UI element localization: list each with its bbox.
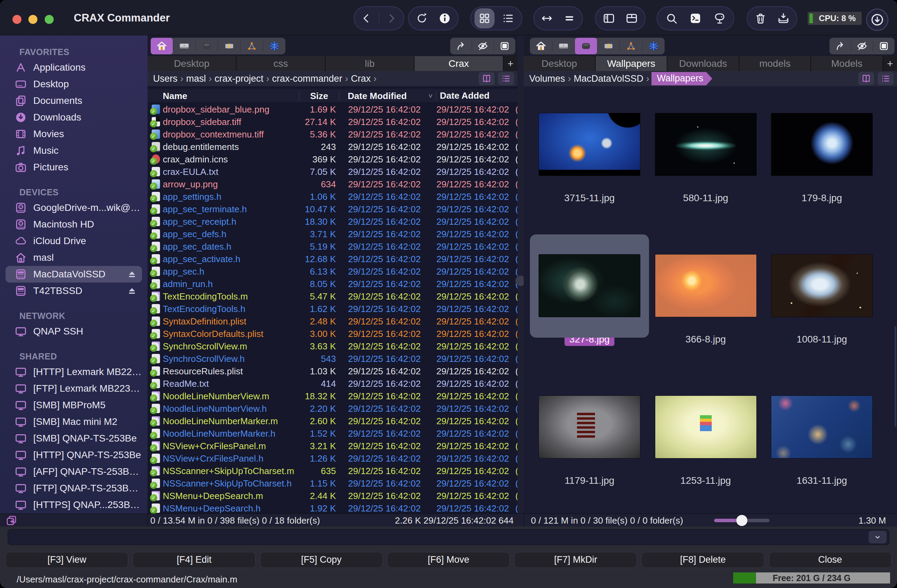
function-button-f7-mkdir[interactable]: [F7] MkDir xyxy=(514,552,637,568)
tab-desktop[interactable]: Desktop xyxy=(524,56,596,71)
source-network-button[interactable] xyxy=(620,38,642,54)
sidebar-item-desktop[interactable]: Desktop xyxy=(6,76,142,92)
source-home-button[interactable] xyxy=(530,38,552,54)
info-button[interactable] xyxy=(435,8,455,28)
wallpaper-thumbnail[interactable] xyxy=(771,396,873,458)
minimize-window-button[interactable] xyxy=(28,15,37,24)
function-button-f8-delete[interactable]: [F8] Delete xyxy=(641,552,764,568)
sidebar-item-smb-qnap-ts-253be[interactable]: [SMB] QNAP-TS-253Be xyxy=(6,430,142,447)
hidden-files-button[interactable] xyxy=(472,38,493,54)
sidebar-item-googledrive-m-wik-gmail-com[interactable]: GoogleDrive-m...wik@gmail.com xyxy=(6,199,142,216)
sidebar-item-pictures[interactable]: Pictures xyxy=(6,159,142,176)
sidebar-item-music[interactable]: Music xyxy=(6,142,142,159)
wallpaper-item[interactable]: 1631-11.jpg xyxy=(771,396,873,487)
file-row[interactable]: ✓app_sec_defs.h3.71 K29/12/25 16:42:0229… xyxy=(147,228,517,240)
source-disk-button[interactable] xyxy=(196,38,218,54)
tab-css[interactable]: css xyxy=(237,56,326,71)
command-line-input[interactable] xyxy=(8,529,889,545)
hidden-files-button[interactable] xyxy=(851,38,873,54)
close-window-button[interactable] xyxy=(12,15,21,24)
file-row[interactable]: ✓debug.entitlements24329/12/25 16:42:022… xyxy=(147,141,517,153)
source-globe-button[interactable] xyxy=(263,38,285,54)
source-network-button[interactable] xyxy=(241,38,263,54)
wallpaper-item[interactable]: 3715-11.jpg xyxy=(539,113,640,205)
panel-toggle-button[interactable] xyxy=(494,38,515,54)
function-button-close[interactable]: Close xyxy=(769,552,891,568)
function-button-f5-copy[interactable]: [F5] Copy xyxy=(260,552,383,568)
archive-button[interactable] xyxy=(773,8,793,28)
sidebar-item-applications[interactable]: Applications xyxy=(6,59,142,76)
wallpaper-thumbnail[interactable] xyxy=(539,113,640,176)
tab-models[interactable]: Models xyxy=(811,56,883,71)
file-row[interactable]: ✓NoodleLineNumberView.h2.20 K29/12/25 16… xyxy=(147,403,517,415)
sidebar-item-downloads[interactable]: Downloads xyxy=(6,109,142,126)
function-button-f3-view[interactable]: [F3] View xyxy=(6,552,128,568)
file-row[interactable]: ✓TextEncodingTools.m5.47 K29/12/25 16:42… xyxy=(147,290,517,303)
wallpaper-thumbnail[interactable] xyxy=(655,396,756,458)
sidebar-item-smb-mac-mini-m2[interactable]: [SMB] Mac mini M2 xyxy=(6,413,142,430)
trash-button[interactable] xyxy=(750,8,771,28)
tab-models[interactable]: models xyxy=(739,56,811,71)
breadcrumb-crax-project[interactable]: crax-project xyxy=(215,74,263,84)
horizontal-layout-button[interactable] xyxy=(621,8,642,28)
connect-server-button[interactable] xyxy=(710,8,730,28)
bookmarks-button[interactable] xyxy=(858,72,874,85)
file-row[interactable]: ✓TextEncodingTools.h1.62 K29/12/25 16:42… xyxy=(147,303,517,315)
file-row[interactable]: ✓NSScanner+SkipUpToCharset.h1.15 K29/12/… xyxy=(147,477,517,490)
wallpaper-thumbnail[interactable] xyxy=(771,113,873,176)
sidebar-item-qnap-ssh[interactable]: QNAP SSH xyxy=(6,323,142,340)
right-pane-scrollbar[interactable] xyxy=(895,326,896,427)
file-row[interactable]: ✓NoodleLineNumberMarker.m2.60 K29/12/25 … xyxy=(147,415,517,427)
source-flash-button[interactable] xyxy=(597,38,620,54)
tab-desktop[interactable]: Desktop xyxy=(147,56,237,71)
file-row[interactable]: ✓arrow_up.png63429/12/25 16:42:0229/12/2… xyxy=(147,178,517,190)
wallpaper-item[interactable]: 366-8.jpg xyxy=(655,254,756,346)
file-row[interactable]: ✓app_sec_receipt.h18.30 K29/12/25 16:42:… xyxy=(147,215,517,228)
file-row[interactable]: ✓app_sec.h6.13 K29/12/25 16:42:0229/12/2… xyxy=(147,265,517,278)
source-computer-button[interactable] xyxy=(173,38,195,54)
tab-downloads[interactable]: Downloads xyxy=(667,56,739,71)
tab-wallpapers[interactable]: Wallpapers xyxy=(596,56,668,71)
function-button-f4-edit[interactable]: [F4] Edit xyxy=(133,552,255,568)
file-row[interactable]: ✓ResourceRules.plist1.03 K29/12/25 16:42… xyxy=(147,365,517,377)
wallpaper-item[interactable]: 580-11.jpg xyxy=(655,113,756,205)
downloads-indicator-button[interactable] xyxy=(866,9,888,31)
list-view-button[interactable] xyxy=(498,8,518,28)
new-window-icon[interactable] xyxy=(6,514,17,526)
source-computer-button[interactable] xyxy=(553,38,574,54)
search-button[interactable] xyxy=(661,8,681,28)
file-row[interactable]: ✓SyntaxColorDefaults.plist3.00 K29/12/25… xyxy=(147,328,517,340)
file-row[interactable]: ✓NoodleLineNumberView.m18.32 K29/12/25 1… xyxy=(147,390,517,403)
new-tab-button[interactable]: + xyxy=(883,56,897,71)
sidebar-item-http-lexmark-mb2236adw[interactable]: [HTTP] Lexmark MB2236adw xyxy=(6,364,142,380)
breadcrumb-volumes[interactable]: Volumes xyxy=(529,74,565,84)
wallpaper-item[interactable]: 327-8.jpg xyxy=(539,254,640,346)
history-button[interactable] xyxy=(498,72,514,85)
eject-icon[interactable] xyxy=(127,286,137,296)
file-row[interactable]: ✓app_sec_activate.h12.68 K29/12/25 16:42… xyxy=(147,253,517,265)
file-row[interactable]: ✓app_sec_terminate.h10.47 K29/12/25 16:4… xyxy=(147,203,517,215)
source-globe-button[interactable] xyxy=(643,38,664,54)
slider-thumb[interactable] xyxy=(736,515,747,526)
go-up-button[interactable] xyxy=(450,38,472,54)
wallpaper-item[interactable]: 1253-11.jpg xyxy=(655,396,756,487)
wallpaper-item[interactable]: 179-8.jpg xyxy=(771,113,873,205)
file-row[interactable]: ✓admin_run.h8.05 K29/12/25 16:42:0229/12… xyxy=(147,278,517,290)
zoom-window-button[interactable] xyxy=(45,15,54,24)
breadcrumb-crax[interactable]: Crax xyxy=(351,74,370,84)
file-row[interactable]: ✓NSView+CrxFilesPanel.h1.26 K29/12/25 16… xyxy=(147,452,517,465)
file-row[interactable]: ✓app_settings.h1.06 K29/12/25 16:42:0229… xyxy=(147,190,517,203)
sidebar-item-icloud-drive[interactable]: iCloud Drive xyxy=(6,233,142,249)
refresh-button[interactable] xyxy=(412,8,432,28)
file-row[interactable]: ✓NSMenu+DeepSearch.h1.92 K29/12/25 16:42… xyxy=(147,502,517,513)
grid-view-button[interactable] xyxy=(475,8,494,28)
sidebar-item-http-qnap-ts-253be[interactable]: [HTTP] QNAP-TS-253Be xyxy=(6,447,142,463)
wallpaper-item[interactable]: 1179-11.jpg xyxy=(539,396,640,487)
new-tab-button[interactable]: + xyxy=(504,56,517,71)
wallpaper-thumbnail[interactable] xyxy=(655,113,756,176)
thumbnail-size-slider[interactable] xyxy=(714,519,770,522)
sidebar-item-https-qnap-253be-https[interactable]: [HTTPS] QNAP...253Be(HTTPS) xyxy=(6,496,142,513)
breadcrumb-active[interactable]: Wallpapers xyxy=(651,72,712,86)
sidebar-item-smb-mbprom5[interactable]: [SMB] MBProM5 xyxy=(6,397,142,413)
file-row[interactable]: ✓dropbox_sidebar_blue.png1.69 K29/12/25 … xyxy=(147,103,517,116)
